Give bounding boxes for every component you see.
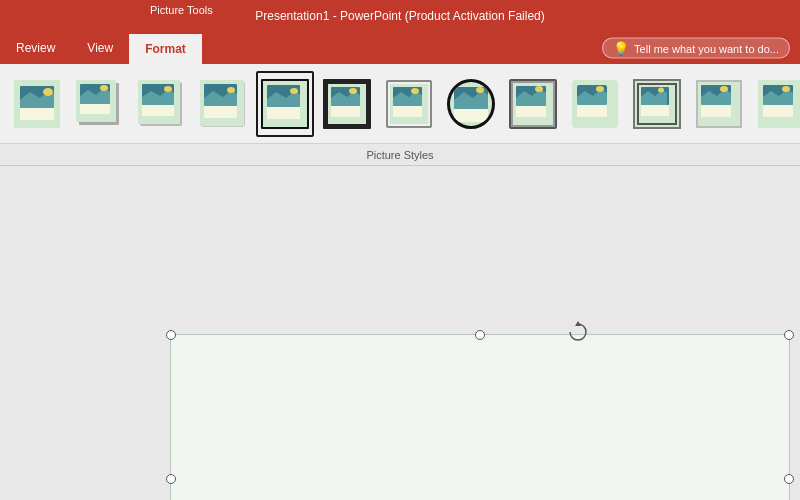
svg-point-28 xyxy=(349,88,357,94)
tab-view[interactable]: View xyxy=(71,32,129,64)
picture-tools-label: Picture Tools xyxy=(130,0,233,18)
picture-style-7[interactable] xyxy=(380,71,438,137)
svg-point-12 xyxy=(164,86,172,92)
lightbulb-icon: 💡 xyxy=(613,41,629,56)
picture-style-4[interactable] xyxy=(194,71,252,137)
picture-style-2[interactable] xyxy=(70,71,128,137)
svg-rect-13 xyxy=(142,105,174,116)
svg-point-34 xyxy=(411,88,419,94)
picture-style-12[interactable] xyxy=(690,71,748,137)
picture-style-10[interactable] xyxy=(566,71,624,137)
picture-style-9[interactable] xyxy=(504,71,562,137)
svg-rect-41 xyxy=(454,109,488,122)
picture-style-13[interactable] xyxy=(752,71,800,137)
tab-review[interactable]: Review xyxy=(0,32,71,64)
svg-rect-47 xyxy=(516,106,546,117)
picture-style-11[interactable] xyxy=(628,71,686,137)
svg-point-22 xyxy=(290,88,298,94)
svg-point-58 xyxy=(658,87,664,92)
svg-point-17 xyxy=(227,87,235,93)
styles-section-label: Picture Styles xyxy=(366,149,433,161)
svg-rect-3 xyxy=(20,108,54,120)
svg-rect-29 xyxy=(331,106,360,117)
tab-format[interactable]: Format xyxy=(129,32,202,64)
handle-mid-right[interactable] xyxy=(784,474,794,484)
ribbon-content xyxy=(0,64,800,144)
svg-rect-69 xyxy=(763,105,793,117)
svg-rect-8 xyxy=(80,104,110,114)
svg-rect-23 xyxy=(267,107,300,119)
rotate-handle[interactable] xyxy=(567,321,589,343)
svg-point-7 xyxy=(100,85,108,91)
svg-rect-59 xyxy=(641,105,669,116)
ribbon-tabs: Review View Format 💡 Tell me what you wa… xyxy=(0,32,800,64)
window-title: Presentation1 - PowerPoint (Product Acti… xyxy=(255,9,544,23)
svg-rect-18 xyxy=(204,106,237,118)
picture-style-6[interactable] xyxy=(318,71,376,137)
svg-point-46 xyxy=(535,86,543,92)
picture-style-1[interactable] xyxy=(8,71,66,137)
svg-point-63 xyxy=(720,86,728,92)
handle-top-mid[interactable] xyxy=(475,330,485,340)
svg-point-51 xyxy=(596,86,604,92)
tell-me-text: Tell me what you want to do... xyxy=(634,42,779,54)
title-bar: Picture Tools Presentation1 - PowerPoint… xyxy=(0,0,800,32)
svg-point-40 xyxy=(476,87,484,93)
tell-me-box[interactable]: 💡 Tell me what you want to do... xyxy=(602,38,790,59)
picture-style-3[interactable] xyxy=(132,71,190,137)
handle-top-right[interactable] xyxy=(784,330,794,340)
selected-picture xyxy=(170,334,790,500)
picture-style-5[interactable] xyxy=(256,71,314,137)
handle-mid-left[interactable] xyxy=(166,474,176,484)
handle-top-left[interactable] xyxy=(166,330,176,340)
svg-rect-52 xyxy=(577,105,607,117)
svg-point-68 xyxy=(782,86,790,92)
picture-style-8[interactable] xyxy=(442,71,500,137)
svg-rect-35 xyxy=(393,106,422,117)
svg-point-2 xyxy=(43,88,53,96)
svg-rect-64 xyxy=(701,105,731,117)
canvas-area xyxy=(0,166,800,500)
styles-label-row: Picture Styles xyxy=(0,144,800,166)
